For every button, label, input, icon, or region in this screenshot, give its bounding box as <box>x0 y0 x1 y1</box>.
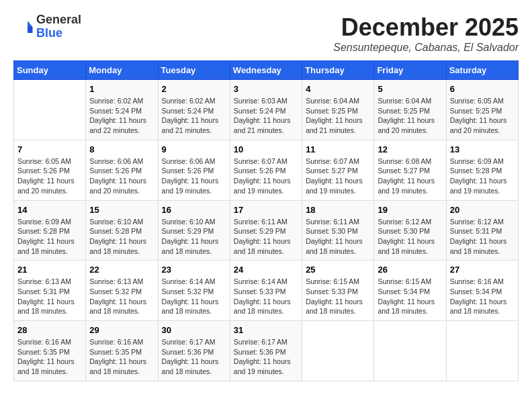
calendar-cell: 11Sunrise: 6:07 AM Sunset: 5:27 PM Dayli… <box>302 140 374 200</box>
day-info: Sunrise: 6:08 AM Sunset: 5:27 PM Dayligh… <box>378 156 442 196</box>
day-number: 4 <box>306 84 370 94</box>
day-number: 30 <box>162 325 226 335</box>
day-info: Sunrise: 6:15 AM Sunset: 5:33 PM Dayligh… <box>306 277 370 316</box>
day-info: Sunrise: 6:02 AM Sunset: 5:24 PM Dayligh… <box>89 96 154 136</box>
calendar-cell: 14Sunrise: 6:09 AM Sunset: 5:28 PM Dayli… <box>14 200 86 261</box>
day-info: Sunrise: 6:16 AM Sunset: 5:35 PM Dayligh… <box>89 337 154 377</box>
day-info: Sunrise: 6:02 AM Sunset: 5:24 PM Dayligh… <box>162 96 226 136</box>
calendar-week-3: 14Sunrise: 6:09 AM Sunset: 5:28 PM Dayli… <box>14 200 519 261</box>
day-info: Sunrise: 6:03 AM Sunset: 5:24 PM Dayligh… <box>234 96 298 136</box>
day-info: Sunrise: 6:04 AM Sunset: 5:25 PM Dayligh… <box>378 96 442 136</box>
day-number: 17 <box>234 205 298 215</box>
calendar-cell: 28Sunrise: 6:16 AM Sunset: 5:35 PM Dayli… <box>14 321 86 381</box>
day-info: Sunrise: 6:06 AM Sunset: 5:26 PM Dayligh… <box>162 156 226 196</box>
calendar-cell: 7Sunrise: 6:05 AM Sunset: 5:26 PM Daylig… <box>14 140 86 200</box>
day-info: Sunrise: 6:13 AM Sunset: 5:31 PM Dayligh… <box>17 277 82 316</box>
day-info: Sunrise: 6:16 AM Sunset: 5:35 PM Dayligh… <box>17 337 82 377</box>
day-number: 20 <box>450 205 515 215</box>
calendar-cell: 16Sunrise: 6:10 AM Sunset: 5:29 PM Dayli… <box>158 200 230 261</box>
day-info: Sunrise: 6:10 AM Sunset: 5:28 PM Dayligh… <box>89 217 154 257</box>
calendar-cell: 23Sunrise: 6:14 AM Sunset: 5:32 PM Dayli… <box>158 261 230 321</box>
day-number: 15 <box>89 205 154 215</box>
day-number: 5 <box>378 84 442 94</box>
calendar-week-5: 28Sunrise: 6:16 AM Sunset: 5:35 PM Dayli… <box>14 321 519 381</box>
svg-marker-0 <box>28 21 33 27</box>
day-number: 27 <box>450 265 515 275</box>
day-number: 9 <box>162 144 226 154</box>
day-number: 16 <box>162 205 226 215</box>
day-number: 31 <box>234 325 298 335</box>
svg-marker-1 <box>28 27 33 33</box>
logo-blue: Blue <box>36 26 62 40</box>
day-number: 8 <box>89 144 154 154</box>
day-info: Sunrise: 6:17 AM Sunset: 5:36 PM Dayligh… <box>162 337 226 377</box>
calendar-cell: 15Sunrise: 6:10 AM Sunset: 5:28 PM Dayli… <box>86 200 158 261</box>
day-info: Sunrise: 6:07 AM Sunset: 5:27 PM Dayligh… <box>306 156 370 196</box>
day-info: Sunrise: 6:11 AM Sunset: 5:29 PM Dayligh… <box>234 217 298 257</box>
calendar-table: SundayMondayTuesdayWednesdayThursdayFrid… <box>13 60 519 381</box>
calendar-week-2: 7Sunrise: 6:05 AM Sunset: 5:26 PM Daylig… <box>14 140 519 200</box>
calendar-cell: 20Sunrise: 6:12 AM Sunset: 5:31 PM Dayli… <box>446 200 518 261</box>
day-info: Sunrise: 6:14 AM Sunset: 5:32 PM Dayligh… <box>162 277 226 316</box>
calendar-cell: 6Sunrise: 6:05 AM Sunset: 5:25 PM Daylig… <box>446 80 518 140</box>
weekday-header-sunday: Sunday <box>14 61 86 80</box>
day-number: 22 <box>89 265 154 275</box>
calendar-cell: 8Sunrise: 6:06 AM Sunset: 5:26 PM Daylig… <box>86 140 158 200</box>
day-info: Sunrise: 6:14 AM Sunset: 5:33 PM Dayligh… <box>234 277 298 316</box>
calendar-cell: 4Sunrise: 6:04 AM Sunset: 5:25 PM Daylig… <box>302 80 374 140</box>
day-info: Sunrise: 6:09 AM Sunset: 5:28 PM Dayligh… <box>17 217 82 257</box>
calendar-week-1: 1Sunrise: 6:02 AM Sunset: 5:24 PM Daylig… <box>14 80 519 140</box>
day-number: 28 <box>17 325 82 335</box>
day-number: 6 <box>450 84 515 94</box>
day-number: 11 <box>306 144 370 154</box>
day-number: 23 <box>162 265 226 275</box>
calendar-cell: 22Sunrise: 6:13 AM Sunset: 5:32 PM Dayli… <box>86 261 158 321</box>
day-number: 14 <box>17 205 82 215</box>
weekday-header-saturday: Saturday <box>446 61 518 80</box>
calendar-cell: 3Sunrise: 6:03 AM Sunset: 5:24 PM Daylig… <box>230 80 302 140</box>
weekday-header-wednesday: Wednesday <box>230 61 302 80</box>
logo-icon <box>13 17 34 37</box>
calendar-week-4: 21Sunrise: 6:13 AM Sunset: 5:31 PM Dayli… <box>14 261 519 321</box>
day-number: 12 <box>378 144 442 154</box>
day-number: 1 <box>89 84 154 94</box>
title-area: December 2025 Sensuntepeque, Cabanas, El… <box>333 13 519 54</box>
calendar-cell: 13Sunrise: 6:09 AM Sunset: 5:28 PM Dayli… <box>446 140 518 200</box>
day-number: 26 <box>378 265 442 275</box>
logo-general: General <box>36 13 81 26</box>
day-info: Sunrise: 6:16 AM Sunset: 5:34 PM Dayligh… <box>450 277 515 316</box>
calendar-cell: 31Sunrise: 6:17 AM Sunset: 5:36 PM Dayli… <box>230 321 302 381</box>
day-number: 7 <box>17 144 82 154</box>
calendar-cell: 30Sunrise: 6:17 AM Sunset: 5:36 PM Dayli… <box>158 321 230 381</box>
day-info: Sunrise: 6:07 AM Sunset: 5:26 PM Dayligh… <box>234 156 298 196</box>
weekday-header-tuesday: Tuesday <box>158 61 230 80</box>
calendar-cell: 24Sunrise: 6:14 AM Sunset: 5:33 PM Dayli… <box>230 261 302 321</box>
day-number: 10 <box>234 144 298 154</box>
calendar-cell: 19Sunrise: 6:12 AM Sunset: 5:30 PM Dayli… <box>374 200 446 261</box>
page-header: General Blue December 2025 Sensuntepeque… <box>13 13 519 54</box>
day-info: Sunrise: 6:06 AM Sunset: 5:26 PM Dayligh… <box>89 156 154 196</box>
location: Sensuntepeque, Cabanas, El Salvador <box>333 42 519 54</box>
calendar-cell <box>446 321 518 381</box>
day-info: Sunrise: 6:17 AM Sunset: 5:36 PM Dayligh… <box>234 337 298 377</box>
calendar-cell: 18Sunrise: 6:11 AM Sunset: 5:30 PM Dayli… <box>302 200 374 261</box>
day-number: 19 <box>378 205 442 215</box>
day-info: Sunrise: 6:12 AM Sunset: 5:31 PM Dayligh… <box>450 217 515 257</box>
calendar-cell: 26Sunrise: 6:15 AM Sunset: 5:34 PM Dayli… <box>374 261 446 321</box>
day-info: Sunrise: 6:05 AM Sunset: 5:26 PM Dayligh… <box>17 156 82 196</box>
day-number: 13 <box>450 144 515 154</box>
calendar-cell: 27Sunrise: 6:16 AM Sunset: 5:34 PM Dayli… <box>446 261 518 321</box>
day-info: Sunrise: 6:09 AM Sunset: 5:28 PM Dayligh… <box>450 156 515 196</box>
day-number: 29 <box>89 325 154 335</box>
calendar-cell: 10Sunrise: 6:07 AM Sunset: 5:26 PM Dayli… <box>230 140 302 200</box>
day-number: 21 <box>17 265 82 275</box>
calendar-cell: 25Sunrise: 6:15 AM Sunset: 5:33 PM Dayli… <box>302 261 374 321</box>
calendar-cell: 5Sunrise: 6:04 AM Sunset: 5:25 PM Daylig… <box>374 80 446 140</box>
day-info: Sunrise: 6:12 AM Sunset: 5:30 PM Dayligh… <box>378 217 442 257</box>
day-info: Sunrise: 6:13 AM Sunset: 5:32 PM Dayligh… <box>89 277 154 316</box>
logo: General Blue <box>13 13 81 40</box>
calendar-cell: 9Sunrise: 6:06 AM Sunset: 5:26 PM Daylig… <box>158 140 230 200</box>
calendar-cell: 12Sunrise: 6:08 AM Sunset: 5:27 PM Dayli… <box>374 140 446 200</box>
calendar-cell: 1Sunrise: 6:02 AM Sunset: 5:24 PM Daylig… <box>86 80 158 140</box>
weekday-header-row: SundayMondayTuesdayWednesdayThursdayFrid… <box>14 61 519 80</box>
